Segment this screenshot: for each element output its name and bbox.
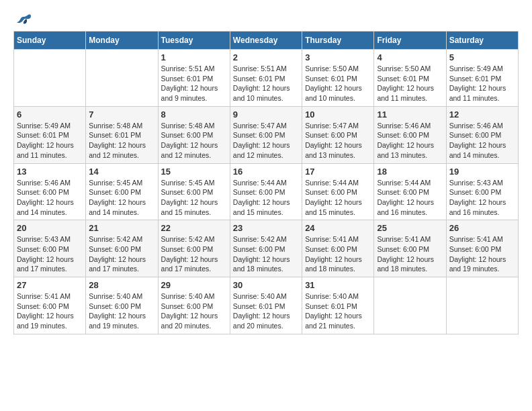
weekday-header: Monday <box>86 32 158 50</box>
day-number: 20 <box>17 223 83 233</box>
calendar-cell: 20Sunrise: 5:43 AM Sunset: 6:00 PM Dayli… <box>14 220 86 277</box>
calendar-cell: 21Sunrise: 5:42 AM Sunset: 6:00 PM Dayli… <box>86 220 158 277</box>
page-header <box>13 13 519 24</box>
day-info: Sunrise: 5:50 AM Sunset: 6:01 PM Dayligh… <box>305 64 371 103</box>
day-info: Sunrise: 5:41 AM Sunset: 6:00 PM Dayligh… <box>377 234 443 274</box>
calendar-week-row: 1Sunrise: 5:51 AM Sunset: 6:01 PM Daylig… <box>14 50 519 107</box>
day-number: 14 <box>89 167 154 177</box>
day-number: 5 <box>449 52 515 62</box>
logo-bird-icon <box>16 13 31 27</box>
calendar-cell: 23Sunrise: 5:42 AM Sunset: 6:00 PM Dayli… <box>230 220 302 277</box>
day-info: Sunrise: 5:45 AM Sunset: 6:00 PM Dayligh… <box>89 178 154 218</box>
calendar-cell: 7Sunrise: 5:48 AM Sunset: 6:01 PM Daylig… <box>86 106 158 163</box>
day-info: Sunrise: 5:51 AM Sunset: 6:01 PM Dayligh… <box>233 64 299 103</box>
weekday-header: Tuesday <box>158 32 230 50</box>
day-number: 25 <box>377 223 443 233</box>
calendar-cell: 28Sunrise: 5:40 AM Sunset: 6:00 PM Dayli… <box>86 277 158 334</box>
calendar-cell: 11Sunrise: 5:46 AM Sunset: 6:00 PM Dayli… <box>374 106 446 163</box>
day-info: Sunrise: 5:41 AM Sunset: 6:00 PM Dayligh… <box>449 234 515 274</box>
calendar-cell <box>446 277 518 334</box>
day-number: 1 <box>161 52 227 62</box>
day-number: 29 <box>161 280 227 290</box>
day-info: Sunrise: 5:42 AM Sunset: 6:00 PM Dayligh… <box>161 234 227 274</box>
day-info: Sunrise: 5:42 AM Sunset: 6:00 PM Dayligh… <box>233 234 299 274</box>
day-info: Sunrise: 5:46 AM Sunset: 6:00 PM Dayligh… <box>377 121 443 161</box>
day-info: Sunrise: 5:44 AM Sunset: 6:00 PM Dayligh… <box>305 178 371 218</box>
logo <box>13 13 31 24</box>
calendar-cell: 8Sunrise: 5:48 AM Sunset: 6:00 PM Daylig… <box>158 106 230 163</box>
calendar-cell: 19Sunrise: 5:43 AM Sunset: 6:00 PM Dayli… <box>446 163 518 220</box>
day-number: 12 <box>449 109 515 120</box>
weekday-header: Wednesday <box>230 32 302 50</box>
day-number: 26 <box>449 223 515 233</box>
calendar-header-row: SundayMondayTuesdayWednesdayThursdayFrid… <box>14 32 519 50</box>
day-number: 28 <box>89 280 154 290</box>
day-number: 22 <box>161 223 227 233</box>
day-info: Sunrise: 5:51 AM Sunset: 6:01 PM Dayligh… <box>161 64 227 103</box>
day-number: 6 <box>17 109 83 120</box>
day-info: Sunrise: 5:50 AM Sunset: 6:01 PM Dayligh… <box>377 64 443 103</box>
calendar-cell: 27Sunrise: 5:41 AM Sunset: 6:00 PM Dayli… <box>14 277 86 334</box>
day-info: Sunrise: 5:41 AM Sunset: 6:00 PM Dayligh… <box>305 234 371 274</box>
weekday-header: Sunday <box>14 32 86 50</box>
weekday-header: Friday <box>374 32 446 50</box>
day-info: Sunrise: 5:47 AM Sunset: 6:00 PM Dayligh… <box>305 121 371 161</box>
day-info: Sunrise: 5:40 AM Sunset: 6:00 PM Dayligh… <box>161 291 227 331</box>
calendar-cell: 1Sunrise: 5:51 AM Sunset: 6:01 PM Daylig… <box>158 50 230 107</box>
day-number: 9 <box>233 109 299 120</box>
day-number: 16 <box>233 167 299 177</box>
calendar-table: SundayMondayTuesdayWednesdayThursdayFrid… <box>13 31 519 334</box>
day-number: 7 <box>89 109 154 120</box>
day-number: 19 <box>449 167 515 177</box>
day-number: 11 <box>377 109 443 120</box>
day-info: Sunrise: 5:43 AM Sunset: 6:00 PM Dayligh… <box>17 234 83 274</box>
calendar-cell: 24Sunrise: 5:41 AM Sunset: 6:00 PM Dayli… <box>302 220 374 277</box>
day-number: 15 <box>161 167 227 177</box>
day-info: Sunrise: 5:42 AM Sunset: 6:00 PM Dayligh… <box>89 234 154 274</box>
calendar-cell: 30Sunrise: 5:40 AM Sunset: 6:01 PM Dayli… <box>230 277 302 334</box>
day-number: 2 <box>233 52 299 62</box>
calendar-cell <box>86 50 158 107</box>
day-info: Sunrise: 5:48 AM Sunset: 6:00 PM Dayligh… <box>161 121 227 161</box>
calendar-week-row: 13Sunrise: 5:46 AM Sunset: 6:00 PM Dayli… <box>14 163 519 220</box>
calendar-cell <box>14 50 86 107</box>
day-number: 18 <box>377 167 443 177</box>
calendar-cell: 18Sunrise: 5:44 AM Sunset: 6:00 PM Dayli… <box>374 163 446 220</box>
calendar-cell: 25Sunrise: 5:41 AM Sunset: 6:00 PM Dayli… <box>374 220 446 277</box>
day-info: Sunrise: 5:44 AM Sunset: 6:00 PM Dayligh… <box>377 178 443 218</box>
day-info: Sunrise: 5:40 AM Sunset: 6:01 PM Dayligh… <box>305 291 371 331</box>
calendar-cell: 26Sunrise: 5:41 AM Sunset: 6:00 PM Dayli… <box>446 220 518 277</box>
calendar-week-row: 6Sunrise: 5:49 AM Sunset: 6:01 PM Daylig… <box>14 106 519 163</box>
calendar-cell: 17Sunrise: 5:44 AM Sunset: 6:00 PM Dayli… <box>302 163 374 220</box>
calendar-cell: 2Sunrise: 5:51 AM Sunset: 6:01 PM Daylig… <box>230 50 302 107</box>
day-number: 8 <box>161 109 227 120</box>
day-info: Sunrise: 5:46 AM Sunset: 6:00 PM Dayligh… <box>449 121 515 161</box>
calendar-cell: 4Sunrise: 5:50 AM Sunset: 6:01 PM Daylig… <box>374 50 446 107</box>
calendar-cell: 15Sunrise: 5:45 AM Sunset: 6:00 PM Dayli… <box>158 163 230 220</box>
day-info: Sunrise: 5:45 AM Sunset: 6:00 PM Dayligh… <box>161 178 227 218</box>
day-number: 27 <box>17 280 83 290</box>
calendar-week-row: 20Sunrise: 5:43 AM Sunset: 6:00 PM Dayli… <box>14 220 519 277</box>
calendar-cell: 6Sunrise: 5:49 AM Sunset: 6:01 PM Daylig… <box>14 106 86 163</box>
day-number: 3 <box>305 52 371 62</box>
calendar-cell: 9Sunrise: 5:47 AM Sunset: 6:00 PM Daylig… <box>230 106 302 163</box>
day-number: 23 <box>233 223 299 233</box>
day-info: Sunrise: 5:40 AM Sunset: 6:01 PM Dayligh… <box>233 291 299 331</box>
day-number: 30 <box>233 280 299 290</box>
day-number: 10 <box>305 109 371 120</box>
calendar-cell: 3Sunrise: 5:50 AM Sunset: 6:01 PM Daylig… <box>302 50 374 107</box>
day-info: Sunrise: 5:43 AM Sunset: 6:00 PM Dayligh… <box>449 178 515 218</box>
day-info: Sunrise: 5:47 AM Sunset: 6:00 PM Dayligh… <box>233 121 299 161</box>
day-info: Sunrise: 5:41 AM Sunset: 6:00 PM Dayligh… <box>17 291 83 331</box>
day-info: Sunrise: 5:40 AM Sunset: 6:00 PM Dayligh… <box>89 291 154 331</box>
day-number: 4 <box>377 52 443 62</box>
day-number: 24 <box>305 223 371 233</box>
calendar-cell: 12Sunrise: 5:46 AM Sunset: 6:00 PM Dayli… <box>446 106 518 163</box>
calendar-cell: 22Sunrise: 5:42 AM Sunset: 6:00 PM Dayli… <box>158 220 230 277</box>
weekday-header: Thursday <box>302 32 374 50</box>
calendar-cell: 10Sunrise: 5:47 AM Sunset: 6:00 PM Dayli… <box>302 106 374 163</box>
calendar-cell: 13Sunrise: 5:46 AM Sunset: 6:00 PM Dayli… <box>14 163 86 220</box>
day-number: 13 <box>17 167 83 177</box>
calendar-week-row: 27Sunrise: 5:41 AM Sunset: 6:00 PM Dayli… <box>14 277 519 334</box>
day-number: 17 <box>305 167 371 177</box>
